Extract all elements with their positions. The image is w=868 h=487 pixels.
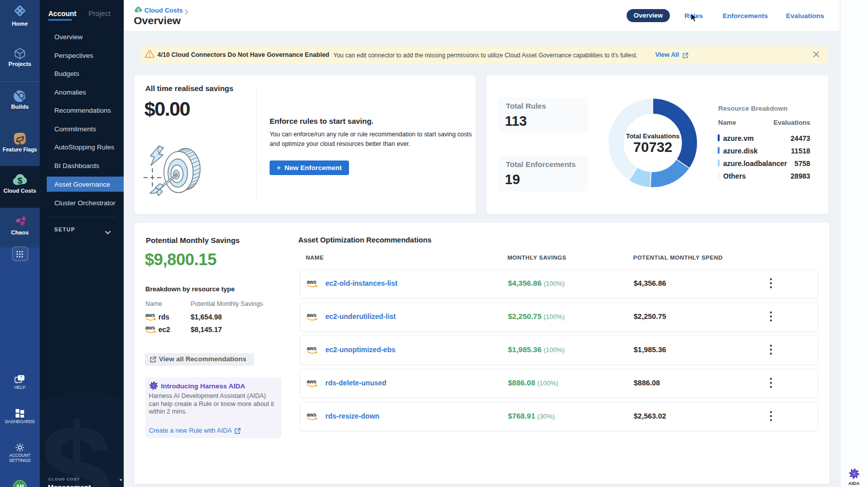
svg-text:$: $ xyxy=(137,8,140,13)
svg-text:$: $ xyxy=(18,176,23,186)
